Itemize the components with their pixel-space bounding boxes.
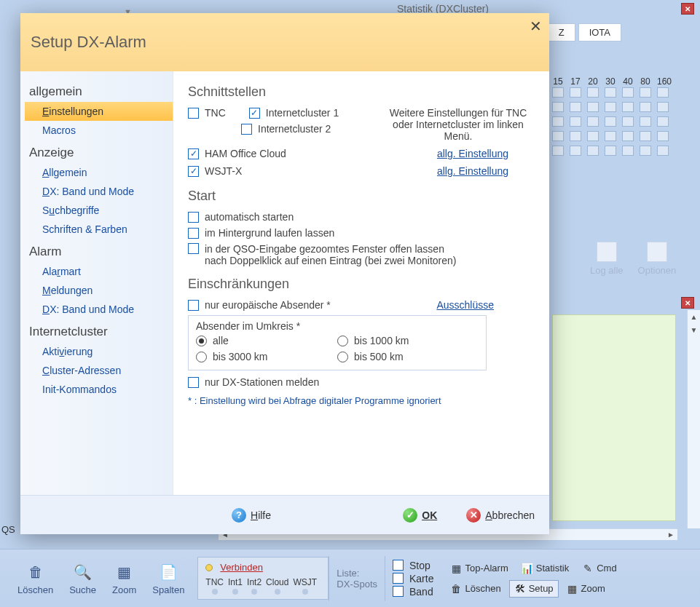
table-icon: ▦: [114, 561, 135, 583]
close-icon[interactable]: ✕: [681, 3, 694, 15]
label-tnc: TNC: [205, 107, 226, 119]
toolbar-suche[interactable]: 🔍Suche: [69, 561, 96, 595]
dialog-footer: ? Hilfe ✓ OK ✕ Abbrechen: [20, 495, 549, 534]
dialog-header: Setup DX-Alarm ✕: [20, 13, 549, 71]
radio-alle[interactable]: [196, 336, 207, 346]
label-hintergrund: im Hintergrund laufen lassen: [205, 227, 334, 239]
radio-3000km[interactable]: [196, 352, 207, 362]
sidebar-item-macros[interactable]: Macros: [25, 121, 173, 140]
heading-start: Start: [188, 189, 535, 204]
fieldset-umkreis: Absender im Umkreis * alle bis 1000 km b…: [188, 315, 487, 370]
toolbar-statistik[interactable]: 📊Statistik: [516, 560, 575, 577]
pencil-icon: ✎: [582, 563, 594, 574]
checkbox-ham-office-cloud[interactable]: [188, 148, 199, 159]
checkbox-stop[interactable]: [393, 560, 404, 571]
toolbar-zoom[interactable]: ▦Zoom: [112, 561, 136, 595]
radio-1000km[interactable]: [337, 336, 348, 346]
checkbox-wsjt-x[interactable]: [188, 166, 199, 177]
tools-icon: [647, 242, 667, 262]
conn-tnc[interactable]: TNC: [205, 577, 224, 595]
radio-500km[interactable]: [337, 352, 348, 362]
label-autostart: automatisch starten: [205, 211, 294, 223]
sidebar-item-cluster-adressen[interactable]: Cluster-Adressen: [25, 361, 173, 380]
conn-int1[interactable]: Int1: [228, 577, 243, 595]
toolbar-cmd[interactable]: ✎Cmd: [577, 560, 621, 577]
checkbox-autostart[interactable]: [188, 212, 199, 223]
toolbar-setup[interactable]: 🛠Setup: [509, 580, 559, 598]
liste-panel: Liste: DX-Spots: [329, 556, 385, 601]
dialog-title: Setup DX-Alarm: [31, 33, 146, 52]
schnittstellen-note: Weitere Einstellungen für TNC oder Inter…: [382, 107, 535, 142]
sidebar-item-allgemein[interactable]: Allgemein: [25, 163, 173, 182]
sidebar-section-allgemein: allgemein: [29, 84, 173, 99]
chart-icon: 📊: [522, 563, 533, 574]
verbinden-link[interactable]: Verbinden: [220, 562, 263, 573]
link-allg-einstellung-cloud[interactable]: allg. Einstellung: [348, 148, 508, 159]
toolbar-loeschen[interactable]: 🗑Löschen: [17, 561, 53, 595]
toolbar-loeschen2[interactable]: 🗑Löschen: [445, 580, 506, 598]
help-icon: ?: [232, 508, 246, 523]
sidebar-item-init-kommandos[interactable]: Init-Kommandos: [25, 380, 173, 399]
label-int2: Internetcluster 2: [258, 123, 331, 135]
conn-wsjt[interactable]: WSJT: [293, 577, 317, 595]
sidebar-item-schriften-farben[interactable]: Schriften & Farben: [25, 220, 173, 239]
filter-checks-panel: Stop Karte Band: [385, 557, 441, 600]
checkbox-tnc[interactable]: [188, 108, 199, 119]
link-allg-einstellung-wsjt[interactable]: allg. Einstellung: [348, 165, 508, 177]
label-eur-absender: nur europäische Absender *: [205, 299, 331, 311]
checkbox-karte[interactable]: [393, 573, 404, 584]
preview-pane: [552, 314, 676, 521]
checkbox-hintergrund[interactable]: [188, 228, 199, 239]
bg-tab-iota[interactable]: IOTA: [578, 23, 621, 41]
help-button[interactable]: ? Hilfe: [232, 508, 271, 523]
log-alle-button[interactable]: Log alle: [590, 242, 624, 276]
link-ausschluesse[interactable]: Ausschlüsse: [436, 299, 494, 311]
conn-cloud[interactable]: Cloud: [266, 577, 288, 595]
connection-panel: Verbinden TNC Int1 Int2 Cloud WSJT: [197, 557, 329, 600]
sidebar-item-einstellungen[interactable]: Einstellungen: [25, 102, 173, 121]
checkbox-eur-absender[interactable]: [188, 300, 199, 311]
sidebar-section-alarm: Alarm: [29, 245, 173, 259]
columns-icon: 📄: [157, 561, 179, 583]
optionen-button[interactable]: Optionen: [638, 242, 677, 276]
label-nur-dx: nur DX-Stationen melden: [205, 376, 319, 388]
cancel-button[interactable]: ✕ Abbrechen: [466, 508, 535, 523]
band-grid: [552, 87, 669, 156]
sidebar-item-meldungen[interactable]: Meldungen: [25, 281, 173, 300]
vertical-scrollbar[interactable]: ▲▼: [687, 310, 700, 528]
band-header: 151720304080160: [552, 76, 669, 87]
ok-button[interactable]: ✓ OK: [403, 508, 437, 523]
dialog-content: Schnittstellen TNC Internetcluster 1 Int…: [173, 71, 549, 495]
sidebar-item-dx-band-mode-2[interactable]: DX: Band und Mode: [25, 300, 173, 319]
label-int1: Internetcluster 1: [266, 107, 339, 119]
toolbar-zoom2[interactable]: ▦Zoom: [562, 580, 610, 598]
grid-icon: [597, 242, 617, 262]
trash-icon: 🗑: [25, 561, 47, 583]
toolbar-top-alarm[interactable]: ▦Top-Alarm: [445, 560, 513, 577]
sidebar-item-aktivierung[interactable]: Aktivierung: [25, 342, 173, 361]
bottom-toolbar: 🗑Löschen 🔍Suche ▦Zoom 📄Spalten Verbinden…: [0, 549, 700, 607]
search-icon: 🔍: [72, 561, 94, 583]
sidebar-section-anzeige: Anzeige: [29, 146, 173, 160]
sidebar-item-dx-band-mode[interactable]: DX: Band und Mode: [25, 182, 173, 201]
bg-tab-z[interactable]: Z: [548, 23, 575, 41]
cancel-icon: ✕: [466, 508, 481, 523]
heading-schnittstellen: Schnittstellen: [188, 84, 535, 100]
heading-einschraenkungen: Einschränkungen: [188, 277, 535, 292]
checkbox-qso-zoom[interactable]: [188, 243, 199, 254]
conn-int2[interactable]: Int2: [247, 577, 261, 595]
checkbox-internetcluster2[interactable]: [241, 124, 252, 135]
checkbox-internetcluster1[interactable]: [249, 108, 260, 119]
close-icon[interactable]: ✕: [681, 297, 694, 309]
qs-label: QS: [1, 524, 15, 535]
toolbar-spalten[interactable]: 📄Spalten: [152, 561, 184, 595]
label-hamcloud: HAM Office Cloud: [205, 148, 286, 159]
dialog-close-button[interactable]: ✕: [530, 17, 542, 35]
checkbox-band[interactable]: [393, 586, 404, 597]
checkbox-nur-dx[interactable]: [188, 377, 199, 388]
tools-icon: 🛠: [514, 583, 526, 595]
label-qso-zoom: in der QSO-Eingabe gezoomtes Fenster off…: [205, 243, 457, 266]
sidebar-item-alarmart[interactable]: Alarmart: [25, 262, 173, 281]
sidebar-item-suchbegriffe[interactable]: Suchbegriffe: [25, 201, 173, 220]
table-icon: ▦: [567, 583, 578, 595]
